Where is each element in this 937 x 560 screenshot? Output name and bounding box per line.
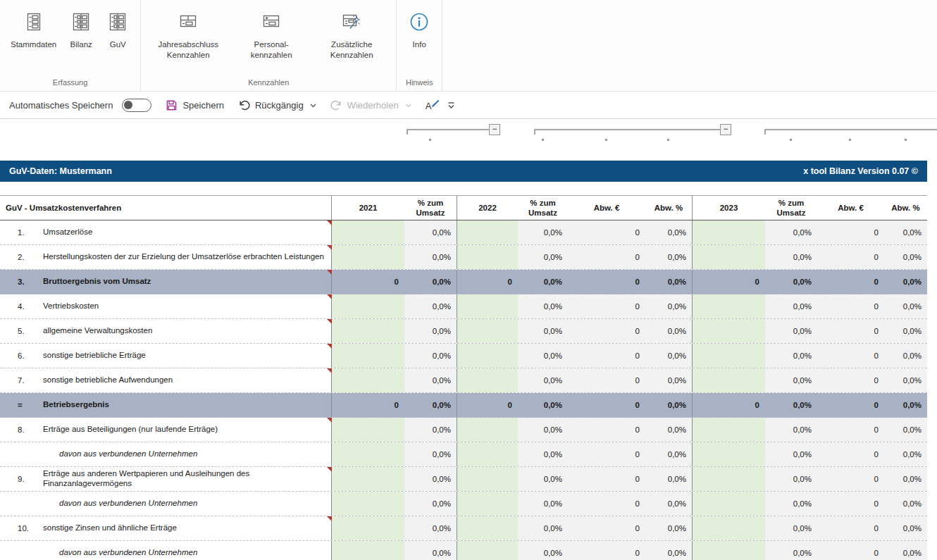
- table-row: 3.Bruttoergebnis vom Umsatz00,0%00,0%00,…: [0, 270, 927, 294]
- cell-pct-2021: 0,0%: [404, 467, 457, 491]
- cell-2021[interactable]: [331, 492, 404, 516]
- outline-bar: [764, 129, 937, 130]
- cell-2023[interactable]: [692, 368, 765, 392]
- redo-button[interactable]: Wiederholen: [327, 99, 415, 111]
- personal-kennzahlen-label: Personal-kennzahlen: [237, 39, 305, 61]
- cell-abw-eur-2023: 0: [817, 541, 884, 560]
- cell-2022[interactable]: [457, 245, 518, 269]
- cell-2023[interactable]: [692, 492, 765, 516]
- row-number: 9.: [0, 475, 43, 483]
- cell-2021[interactable]: [331, 294, 404, 318]
- row-label-cell: 5.allgemeine Verwaltungskosten: [0, 319, 331, 343]
- cell-abw-eur-2022: 0: [568, 319, 645, 343]
- cell-2023[interactable]: [692, 467, 765, 491]
- cell-abw-eur-2022: 0: [568, 344, 645, 368]
- excel-addin-window: Stammdaten Bilanz: [0, 0, 937, 560]
- outline-bar: [407, 129, 489, 130]
- stammdaten-button[interactable]: Stammdaten: [4, 7, 63, 53]
- ink-editor-button[interactable]: A: [422, 99, 443, 111]
- column-outline-strip: − −: [0, 120, 937, 161]
- cell-2023[interactable]: [692, 245, 765, 269]
- cell-2022[interactable]: [457, 516, 518, 540]
- cell-abw-eur-2022: 0: [568, 368, 645, 392]
- cell-pct-2022: 0,0%: [518, 220, 568, 244]
- cell-abw-pct-2023: 0,0%: [884, 368, 927, 392]
- cell-2022[interactable]: [457, 541, 518, 560]
- row-label-cell: =Betriebsergebnis: [0, 393, 331, 417]
- row-label-cell: davon aus verbundenen Unternehmen: [0, 492, 331, 516]
- row-label-cell: 7.sonstige betriebliche Aufwendungen: [0, 368, 331, 392]
- zusaetzliche-kennzahlen-button[interactable]: Zusätzliche Kennzahlen: [311, 7, 392, 63]
- table-grid-icon: [106, 10, 130, 34]
- cell-pct-2021: 0,0%: [404, 319, 457, 343]
- cell-2021[interactable]: [331, 344, 404, 368]
- jahresabschluss-kennzahlen-label: Jahresabschluss Kennzahlen: [151, 39, 225, 61]
- cell-2021[interactable]: [331, 220, 404, 244]
- save-button[interactable]: Speichern: [162, 99, 228, 111]
- sheet-title: GuV-Daten: Mustermann: [9, 166, 112, 176]
- row-label: Erträge aus Beteiligungen (nur laufende …: [43, 425, 328, 435]
- cell-2021[interactable]: [331, 442, 404, 466]
- cell-2021[interactable]: [331, 368, 404, 392]
- cell-pct-2023: 0,0%: [765, 245, 817, 269]
- collapse-group-button-1[interactable]: −: [489, 124, 500, 135]
- cell-2021[interactable]: [331, 516, 404, 540]
- row-number: 2.: [0, 253, 43, 261]
- collapse-group-button-2[interactable]: −: [720, 124, 731, 135]
- cell-2021[interactable]: [331, 319, 404, 343]
- cell-2021[interactable]: [331, 541, 404, 560]
- cell-2021[interactable]: [331, 245, 404, 269]
- undo-button[interactable]: Rückgängig: [235, 99, 320, 111]
- cell-pct-2023: 0,0%: [765, 393, 817, 417]
- cell-pct-2021: 0,0%: [404, 245, 457, 269]
- cell-2023[interactable]: [692, 418, 765, 442]
- cell-2023[interactable]: [692, 319, 765, 343]
- row-label-cell: 1.Umsatzerlöse: [0, 220, 331, 244]
- row-number: 1.: [0, 228, 43, 237]
- outline-dot: [905, 139, 907, 141]
- cell-2022[interactable]: [457, 368, 518, 392]
- row-label-cell: 8.Erträge aus Beteiligungen (nur laufend…: [0, 418, 331, 442]
- cell-2022[interactable]: [457, 467, 518, 491]
- cell-2022[interactable]: [457, 220, 518, 244]
- cell-abw-pct-2023: 0,0%: [884, 294, 927, 318]
- cell-2023[interactable]: [692, 541, 765, 560]
- info-button[interactable]: Info: [401, 7, 438, 53]
- cell-abw-pct-2022: 0,0%: [645, 270, 692, 294]
- cell-2023[interactable]: [692, 344, 765, 368]
- cell-2022[interactable]: [457, 294, 518, 318]
- personal-kennzahlen-button[interactable]: Personal-kennzahlen: [231, 7, 311, 63]
- row-label: Herstellungskosten der zur Erzielung der…: [43, 252, 328, 262]
- cell-2021[interactable]: [331, 467, 404, 491]
- cell-2023[interactable]: [692, 220, 765, 244]
- bilanz-button[interactable]: Bilanz: [63, 7, 99, 53]
- cell-2021: 0: [331, 393, 404, 417]
- guv-button[interactable]: GuV: [99, 7, 136, 53]
- cell-2022[interactable]: [457, 319, 518, 343]
- cell-2021[interactable]: [331, 418, 404, 442]
- cell-2023[interactable]: [692, 516, 765, 540]
- form-icon: [22, 10, 46, 34]
- cell-2022[interactable]: [457, 344, 518, 368]
- cell-2022[interactable]: [457, 442, 518, 466]
- cell-2023[interactable]: [692, 294, 765, 318]
- cell-pct-2023: 0,0%: [765, 319, 817, 343]
- row-number: 5.: [0, 327, 43, 335]
- cell-2022[interactable]: [457, 418, 518, 442]
- cell-2023: 0: [692, 270, 765, 294]
- cell-2022[interactable]: [457, 492, 518, 516]
- jahresabschluss-kennzahlen-button[interactable]: Jahresabschluss Kennzahlen: [145, 7, 231, 63]
- cell-abw-pct-2023: 0,0%: [884, 344, 927, 368]
- autosave-toggle[interactable]: [122, 99, 151, 112]
- cell-pct-2022: 0,0%: [518, 344, 568, 368]
- cell-2023[interactable]: [692, 442, 765, 466]
- cell-pct-2023: 0,0%: [765, 541, 817, 560]
- cell-pct-2021: 0,0%: [404, 220, 457, 244]
- toolbar-overflow-button[interactable]: [443, 101, 459, 110]
- undo-dropdown-chevron[interactable]: [310, 104, 316, 108]
- redo-dropdown-chevron[interactable]: [405, 104, 411, 108]
- autosave-control: Automatisches Speichern: [6, 99, 155, 112]
- cell-abw-pct-2023: 0,0%: [884, 516, 927, 540]
- row-label-cell: davon aus verbundenen Unternehmen: [0, 541, 331, 560]
- toggle-knob: [124, 101, 132, 109]
